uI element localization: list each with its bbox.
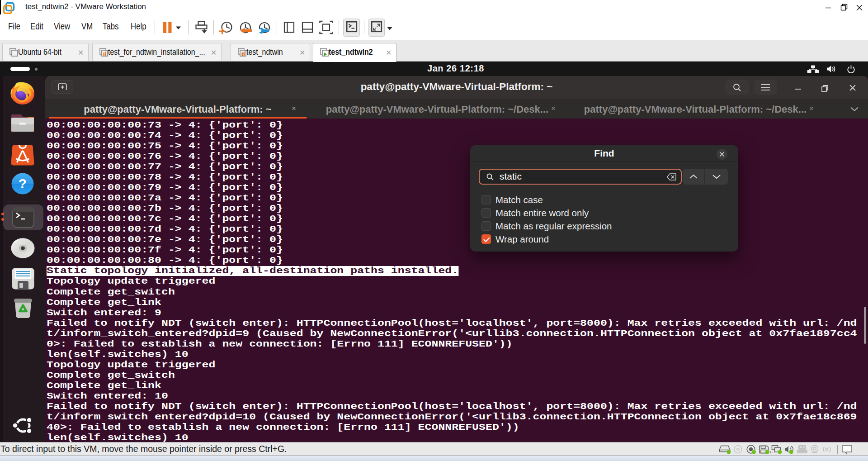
svg-text:?: ? xyxy=(19,176,27,191)
